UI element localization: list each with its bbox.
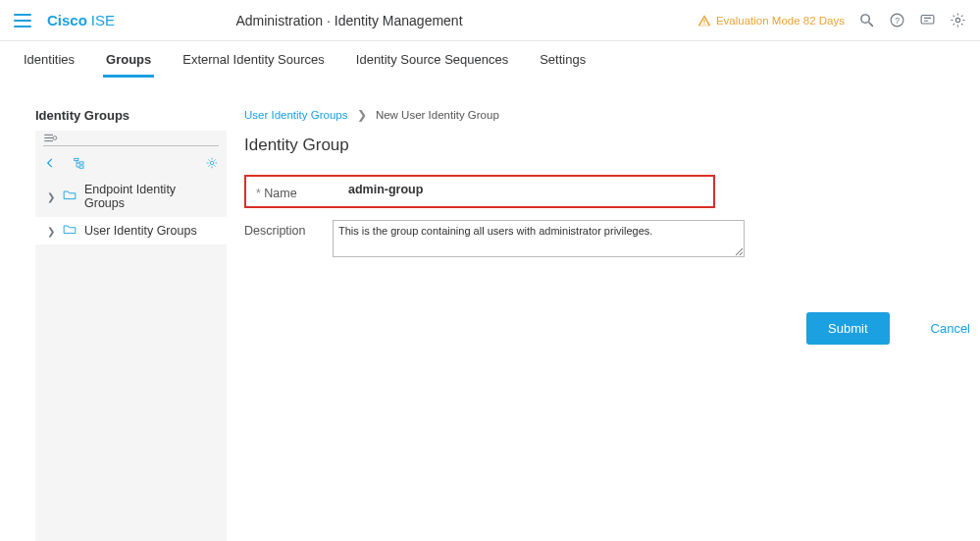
chevron-right-icon: ❯ <box>47 226 55 237</box>
tab-identity-source-sequences[interactable]: Identity Source Sequences <box>356 41 508 78</box>
chevron-right-icon: ❯ <box>357 109 367 121</box>
settings-icon[interactable] <box>950 12 966 28</box>
sidebar-tools <box>35 150 227 176</box>
svg-rect-1 <box>703 23 704 24</box>
description-field-row: Description <box>244 220 970 257</box>
notes-icon[interactable] <box>919 12 936 28</box>
tab-groups[interactable]: Groups <box>106 41 151 78</box>
main: User Identity Groups ❯ New User Identity… <box>227 108 970 541</box>
tree-icon[interactable] <box>73 156 86 170</box>
svg-point-2 <box>861 15 870 23</box>
sidebar-panel: ❯ Endpoint Identity Groups ❯ User Identi… <box>35 131 227 541</box>
name-field-row: * Name admin-group <box>244 175 715 208</box>
tree-item-user-groups[interactable]: ❯ User Identity Groups <box>35 217 227 244</box>
sidebar-title: Identity Groups <box>35 108 227 123</box>
svg-text:?: ? <box>895 16 900 26</box>
submit-button[interactable]: Submit <box>806 312 889 345</box>
tab-external-identity-sources[interactable]: External Identity Sources <box>182 41 325 78</box>
cancel-button[interactable]: Cancel <box>931 312 970 345</box>
description-label: Description <box>244 220 333 238</box>
svg-point-7 <box>955 18 959 22</box>
tree-label: Endpoint Identity Groups <box>84 183 215 210</box>
page-header: Administration · Identity Management <box>1 13 697 28</box>
folder-icon <box>63 224 77 238</box>
sidebar-search[interactable] <box>43 131 219 146</box>
tab-bar: Identities Groups External Identity Sour… <box>0 41 980 79</box>
form-actions: Submit Cancel <box>244 312 970 345</box>
warning-icon <box>697 14 711 27</box>
chevron-right-icon: ❯ <box>47 191 55 202</box>
tree-label: User Identity Groups <box>84 224 197 238</box>
breadcrumb-link[interactable]: User Identity Groups <box>244 109 347 121</box>
svg-point-8 <box>53 136 57 140</box>
svg-point-12 <box>210 161 214 165</box>
name-input[interactable]: admin-group <box>338 183 423 196</box>
sidebar: Identity Groups ❯ Endpoint Identity Gro <box>35 108 227 541</box>
sidebar-gear-icon[interactable] <box>205 156 219 170</box>
evaluation-badge[interactable]: Evaluation Mode 82 Days <box>697 14 845 27</box>
back-icon[interactable] <box>43 156 57 170</box>
name-label: * Name <box>250 183 338 200</box>
tab-identities[interactable]: Identities <box>24 41 75 78</box>
svg-rect-6 <box>921 16 934 25</box>
folder-icon <box>63 189 77 203</box>
breadcrumb-current: New User Identity Group <box>376 109 499 121</box>
search-icon[interactable] <box>858 12 875 28</box>
breadcrumb: User Identity Groups ❯ New User Identity… <box>244 108 970 122</box>
description-input[interactable] <box>333 220 745 257</box>
svg-rect-9 <box>75 158 78 160</box>
svg-rect-10 <box>79 162 83 164</box>
tab-settings[interactable]: Settings <box>540 41 586 78</box>
top-bar: Cisco ISE Administration · Identity Mana… <box>0 0 980 41</box>
page-title: Identity Group <box>244 135 970 155</box>
help-icon[interactable]: ? <box>889 12 905 28</box>
svg-rect-11 <box>79 166 83 168</box>
svg-rect-0 <box>703 19 704 22</box>
content: Identity Groups ❯ Endpoint Identity Gro <box>0 79 980 541</box>
svg-line-3 <box>869 23 873 27</box>
tree-item-endpoint-groups[interactable]: ❯ Endpoint Identity Groups <box>35 176 227 217</box>
